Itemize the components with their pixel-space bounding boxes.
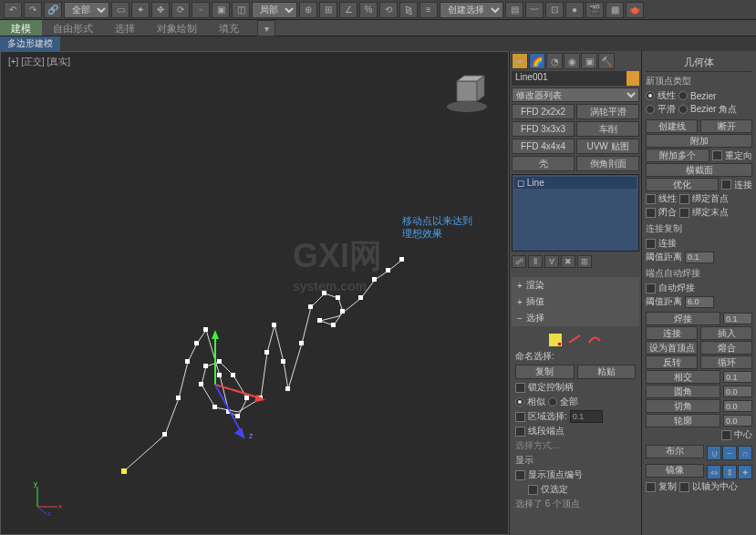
break-button[interactable]: 断开 <box>700 119 752 133</box>
bind-first-checkbox[interactable] <box>679 194 689 204</box>
axis-center-checkbox[interactable] <box>679 482 689 492</box>
attach-button[interactable]: 附加 <box>646 134 752 148</box>
viewport[interactable]: [+] [正交] [真实] 移动点以来达到 理想效果 GXI网 system.c… <box>0 51 509 535</box>
make-unique-icon[interactable]: ∀ <box>544 255 559 268</box>
linear-radio[interactable] <box>646 91 655 100</box>
subobj-vertex-icon[interactable] <box>549 334 562 346</box>
mirror-v-icon[interactable]: ⇕ <box>722 465 737 479</box>
make-first-button[interactable]: 设为首顶点 <box>646 341 698 355</box>
smooth-radio[interactable] <box>646 105 655 114</box>
paste-button[interactable]: 粘贴 <box>577 365 637 379</box>
render-icon[interactable]: 🫖 <box>626 2 644 18</box>
percent-snap-icon[interactable]: % <box>359 2 378 18</box>
uvwmap-button[interactable]: UVW 贴图 <box>576 139 639 154</box>
mirror-icon[interactable]: ⧎ <box>399 2 418 18</box>
ffd222-button[interactable]: FFD 2x2x2 <box>512 104 575 119</box>
viewcube[interactable] <box>444 70 490 116</box>
layer-icon[interactable]: ▤ <box>505 2 523 18</box>
linear2-checkbox[interactable] <box>646 194 656 204</box>
chamfer-button[interactable]: 切角 <box>646 399 720 413</box>
fillet-spinner[interactable] <box>723 386 752 397</box>
tab-selection[interactable]: 选择 <box>104 20 146 36</box>
closed-checkbox[interactable] <box>646 208 656 218</box>
bool-intersect-icon[interactable]: ∩ <box>738 446 752 460</box>
weld-spinner[interactable] <box>723 313 752 324</box>
optimize-button[interactable]: 优化 <box>646 178 719 191</box>
pin-stack-icon[interactable]: ☍ <box>512 255 526 268</box>
fuse-button[interactable]: 熔合 <box>700 341 752 355</box>
render-frame-icon[interactable]: ▦ <box>606 2 624 18</box>
snap-icon[interactable]: ⊞ <box>319 2 337 18</box>
bind-last-checkbox[interactable] <box>679 208 689 218</box>
schematic-icon[interactable]: ⊡ <box>545 2 564 18</box>
cursor-icon[interactable]: ✦ <box>131 2 150 18</box>
rollout-selection[interactable]: 选择 <box>512 310 639 326</box>
bool-union-icon[interactable]: ∪ <box>707 446 721 460</box>
bool-subtract-icon[interactable]: − <box>722 446 737 460</box>
subobj-spline-icon[interactable] <box>587 334 602 345</box>
subobj-segment-icon[interactable] <box>567 334 582 345</box>
segment-end-checkbox[interactable] <box>515 427 525 437</box>
select-icon[interactable]: ▭ <box>111 2 129 18</box>
tab-freeform[interactable]: 自由形式 <box>42 20 104 36</box>
remove-mod-icon[interactable]: ✖ <box>561 255 575 268</box>
angle-snap-icon[interactable]: ∠ <box>339 2 357 18</box>
shell-button[interactable]: 壳 <box>512 156 575 171</box>
object-name-field[interactable]: Line001 <box>512 71 627 86</box>
show-vertex-num-checkbox[interactable] <box>515 470 525 480</box>
connect3-button[interactable]: 连接 <box>646 326 698 340</box>
motion-tab-icon[interactable]: ◉ <box>564 53 580 69</box>
modify-tab-icon[interactable]: 🌈 <box>529 53 545 69</box>
reverse-button[interactable]: 反转 <box>646 355 698 369</box>
display-tab-icon[interactable]: ▣ <box>581 53 597 69</box>
show-end-icon[interactable]: Ⅱ <box>528 255 543 268</box>
create-line-button[interactable]: 创建线 <box>646 119 698 133</box>
intersect-button[interactable]: 相交 <box>646 370 720 384</box>
modifier-list-dropdown[interactable]: 修改器列表 <box>512 87 639 102</box>
copy2-checkbox[interactable] <box>646 482 656 492</box>
render-setup-icon[interactable]: 🎬 <box>585 2 604 18</box>
pivot-icon[interactable]: ⊕ <box>299 2 317 18</box>
select-method-link[interactable]: 选择方式… <box>515 439 561 452</box>
similar-radio[interactable] <box>515 397 524 406</box>
utilities-tab-icon[interactable]: 🔨 <box>598 53 615 69</box>
mirror-button[interactable]: 镜像 <box>646 464 704 478</box>
cross-section-button[interactable]: 横截面 <box>646 163 752 177</box>
reorient-checkbox[interactable] <box>712 150 722 160</box>
rollout-interpolation[interactable]: 插值 <box>512 293 639 310</box>
only-selected-checkbox[interactable] <box>528 485 538 495</box>
intersect-spinner[interactable] <box>723 371 752 383</box>
auto-weld-checkbox[interactable] <box>646 283 656 293</box>
turbosmooth-button[interactable]: 涡轮平滑 <box>576 104 639 119</box>
scale-icon[interactable]: ▫ <box>192 2 210 18</box>
weld-button[interactable]: 焊接 <box>646 312 720 325</box>
object-color-swatch[interactable] <box>627 71 639 86</box>
hierarchy-tab-icon[interactable]: ◔ <box>546 53 563 69</box>
rotate-icon[interactable]: ⟳ <box>171 2 190 18</box>
bevelprofile-button[interactable]: 倒角剖面 <box>576 156 639 171</box>
bezier-corner-radio[interactable] <box>678 105 688 114</box>
ffd444-button[interactable]: FFD 4x4x4 <box>512 139 575 154</box>
refcoord-dropdown[interactable]: 局部 <box>252 2 297 18</box>
select-region-icon[interactable]: ▣ <box>212 2 230 18</box>
outline-button[interactable]: 轮廓 <box>646 414 720 427</box>
link-icon[interactable]: 🔗 <box>44 2 62 18</box>
cycle-button[interactable]: 循环 <box>700 355 752 369</box>
material-icon[interactable]: ● <box>565 2 584 18</box>
stack-item-line[interactable]: ◻ Line <box>514 177 637 189</box>
rollout-render[interactable]: 渲染 <box>512 277 639 293</box>
attach-mult-button[interactable]: 附加多个 <box>646 149 709 162</box>
redo-icon[interactable]: ↷ <box>24 2 42 18</box>
connect2-checkbox[interactable] <box>646 239 656 249</box>
copy-button[interactable]: 复制 <box>515 365 575 379</box>
ffd333-button[interactable]: FFD 3x3x3 <box>512 121 575 137</box>
align-icon[interactable]: ≡ <box>419 2 438 18</box>
curve-editor-icon[interactable]: 〰 <box>525 2 544 18</box>
ribbon-expand-icon[interactable]: ▾ <box>257 20 275 36</box>
area-select-spinner[interactable] <box>570 410 603 423</box>
outline-spinner[interactable] <box>723 415 752 427</box>
tab-objectpaint[interactable]: 对象绘制 <box>146 20 208 36</box>
spinner-snap-icon[interactable]: ⟲ <box>379 2 398 18</box>
tab-populate[interactable]: 填充 <box>208 20 250 36</box>
connect-checkbox[interactable] <box>721 180 731 190</box>
